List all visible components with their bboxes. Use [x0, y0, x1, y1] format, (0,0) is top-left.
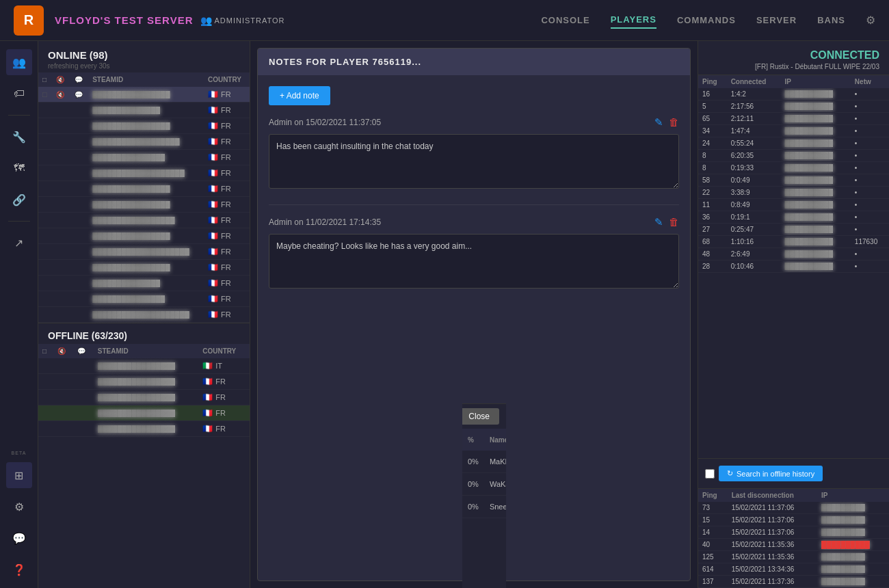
sidebar-divider	[8, 115, 30, 116]
note-text-1[interactable]: Has been caught insulting in the chat to…	[269, 134, 679, 189]
list-item[interactable]: 1515/02/2021 11:37:06█████████	[698, 514, 889, 526]
col-connected: Connected	[727, 75, 781, 88]
list-item[interactable]: 80:19:33██████████•	[698, 162, 889, 174]
admin-icon: 👥	[200, 15, 212, 26]
list-item[interactable]: 161:4:2██████████•	[698, 88, 889, 101]
notes-title: NOTES FOR PLAYER 7656119...	[269, 57, 421, 67]
table-row[interactable]: ███████████████████ 🇫🇷 FR	[38, 165, 250, 181]
table-row[interactable]: ████████████████ 🇫🇷 FR	[38, 374, 250, 390]
note-actions-2: ✎ 🗑	[654, 216, 679, 228]
table-row[interactable]: ████████████████████ 🇫🇷 FR	[38, 307, 250, 323]
sidebar-icon-settings[interactable]: ⚙	[6, 494, 32, 520]
online-table-header: □ 🔇 💬 SteamID Country	[38, 72, 250, 87]
table-row[interactable]: □ 🔇 💬 ████████████████ 🇫🇷 FR	[38, 87, 250, 103]
table-row[interactable]: ██████████████ 🇫🇷 FR	[38, 103, 250, 118]
nav-players[interactable]: PLAYERS	[611, 12, 656, 29]
list-item[interactable]: 482:6:49██████████•	[698, 248, 889, 260]
offline-right-header: Ping Last disconnection IP	[698, 489, 889, 502]
close-button[interactable]: Close	[462, 408, 499, 425]
list-item[interactable]: 61415/02/2021 13:34:36█████████	[698, 563, 889, 576]
sidebar-icon-link[interactable]: 🔗	[6, 187, 32, 213]
table-row[interactable]: ████████████████ 🇫🇷 FR	[38, 405, 250, 421]
notes-header: NOTES FOR PLAYER 7656119...	[258, 49, 690, 75]
offline-table-header: □ 🔇 💬 SteamID Country	[38, 344, 250, 358]
nav-server[interactable]: SERVER	[756, 12, 797, 28]
offline-search-checkbox[interactable]	[705, 469, 715, 479]
table-row[interactable]: ████████████████ 🇮🇹 IT	[38, 358, 250, 374]
topnav-links: CONSOLE PLAYERS COMMANDS SERVER BANS ⚙	[541, 12, 875, 29]
offline-col-country: Country	[198, 344, 250, 358]
list-item[interactable]: 223:38:9██████████•	[698, 187, 889, 199]
table-row[interactable]: ████████████████ 🇫🇷 FR	[38, 390, 250, 405]
note-delete-button-1[interactable]: 🗑	[669, 116, 679, 129]
table-row[interactable]: ███████████████ 🇫🇷 FR	[38, 291, 250, 307]
offline-title: OFFLINE (63/230)	[48, 330, 240, 341]
offline-col-icon1: □	[38, 344, 53, 358]
settings-icon[interactable]: ⚙	[866, 14, 875, 27]
list-item[interactable]: 86:20:35██████████•	[698, 150, 889, 162]
list-item[interactable]: 360:19:1██████████•	[698, 211, 889, 224]
table-row[interactable]: ██████████████ 🇫🇷 FR	[38, 276, 250, 291]
list-item[interactable]: 240:55:24██████████•	[698, 137, 889, 150]
app-logo: R	[14, 5, 44, 36]
online-subtitle: refreshing every 30s	[48, 62, 240, 70]
list-item[interactable]: 580:0:49██████████•	[698, 174, 889, 187]
sidebar-icon-discord[interactable]: 💬	[6, 525, 32, 551]
table-row[interactable]: 0% WaKaRi * * 0 0 0/0 (0) No * 8y 1m (04…	[462, 473, 506, 496]
sidebar-icon-tag[interactable]: 🏷	[6, 81, 32, 107]
table-row[interactable]: 0% Sneez * * 0 0 0/0 (0) No 267 2y 3m (0…	[462, 496, 506, 518]
col-steamid: SteamID	[88, 72, 204, 87]
table-row[interactable]: ████████████████ 🇫🇷 FR	[38, 228, 250, 244]
nav-console[interactable]: CONSOLE	[541, 12, 589, 28]
offline-player-table: □ 🔇 💬 SteamID Country ████████████████ 🇮…	[38, 344, 250, 437]
note-delete-button-2[interactable]: 🗑	[669, 216, 679, 228]
list-item[interactable]: 4015/02/2021 11:35:36██████████	[698, 539, 889, 551]
player-list-panel: ONLINE (98) refreshing every 30s □ 🔇 💬 S…	[38, 41, 250, 588]
bottom-table-header: % Name * * K D K/D VAC Score Last Connec…	[462, 429, 506, 451]
list-item[interactable]: 12515/02/2021 11:35:36█████████	[698, 551, 889, 563]
table-row[interactable]: ████████████████ 🇫🇷 FR	[38, 260, 250, 276]
note-edit-button-2[interactable]: ✎	[654, 216, 663, 228]
table-row[interactable]: ███████████████ 🇫🇷 FR	[38, 150, 250, 165]
note-divider-1	[269, 204, 679, 205]
list-item[interactable]: 110:8:49██████████•	[698, 199, 889, 211]
list-item[interactable]: 280:10:46██████████•	[698, 260, 889, 273]
list-item[interactable]: 270:25:47██████████•	[698, 224, 889, 236]
refresh-icon: ↻	[727, 469, 733, 478]
list-item[interactable]: 7315/02/2021 11:37:06█████████	[698, 502, 889, 514]
sidebar-icon-players[interactable]: 👥	[6, 49, 32, 75]
sidebar-icon-beta[interactable]: ⊞	[6, 462, 32, 488]
table-row[interactable]: ████████████████ 🇫🇷 FR	[38, 118, 250, 134]
table-row[interactable]: ████████████████ 🇫🇷 FR	[38, 181, 250, 197]
col-icon3: 💬	[70, 72, 88, 87]
sidebar-icon-tool[interactable]: 🔧	[6, 124, 32, 150]
offline-right-section: Ping Last disconnection IP 7315/02/2021 …	[698, 488, 889, 588]
online-section-header: ONLINE (98) refreshing every 30s	[38, 41, 250, 72]
table-row[interactable]: █████████████████ 🇫🇷 FR	[38, 213, 250, 228]
list-item[interactable]: 1415/02/2021 11:37:06█████████	[698, 526, 889, 539]
list-item[interactable]: 13715/02/2021 11:37:36█████████	[698, 576, 889, 588]
table-row[interactable]: 0% MaKR * * 0 0 0/0 (0) No * By 1m (13/0…	[462, 451, 506, 473]
sidebar-icon-arrow[interactable]: ↗	[6, 230, 32, 256]
list-item[interactable]: 52:17:56██████████•	[698, 101, 889, 113]
sidebar-icon-map[interactable]: 🗺	[6, 155, 32, 181]
table-row[interactable]: ██████████████████ 🇫🇷 FR	[38, 134, 250, 150]
table-row[interactable]: ████████████████████ 🇫🇷 FR	[38, 244, 250, 260]
list-item[interactable]: 681:10:16██████████117630	[698, 236, 889, 248]
nav-commands[interactable]: COMMANDS	[677, 12, 736, 28]
note-text-2[interactable]: Maybe cheating? Looks like he has a very…	[269, 234, 679, 289]
list-item[interactable]: 652:12:11██████████•	[698, 113, 889, 125]
nav-bans[interactable]: BANS	[817, 12, 845, 28]
bottom-players-table: % Name * * K D K/D VAC Score Last Connec…	[462, 429, 506, 518]
offline-search-button[interactable]: ↻ Search in offline history	[719, 466, 823, 481]
note-edit-button-1[interactable]: ✎	[654, 116, 663, 129]
sidebar: 👥 🏷 🔧 🗺 🔗 ↗ BETA ⊞ ⚙ 💬 ❓	[0, 41, 38, 588]
sidebar-icon-help[interactable]: ❓	[6, 557, 32, 583]
server-title: VFLOYD'S TEST SERVER	[55, 14, 194, 26]
table-row[interactable]: ████████████████ 🇫🇷 FR	[38, 197, 250, 213]
col-ping-offline: Ping	[698, 489, 728, 502]
add-note-button[interactable]: + Add note	[269, 86, 330, 105]
table-row[interactable]: ████████████████ 🇫🇷 FR	[38, 421, 250, 437]
list-item[interactable]: 341:47:4██████████•	[698, 125, 889, 137]
note-author-2: Admin on 11/02/2021 17:14:35	[269, 217, 381, 227]
